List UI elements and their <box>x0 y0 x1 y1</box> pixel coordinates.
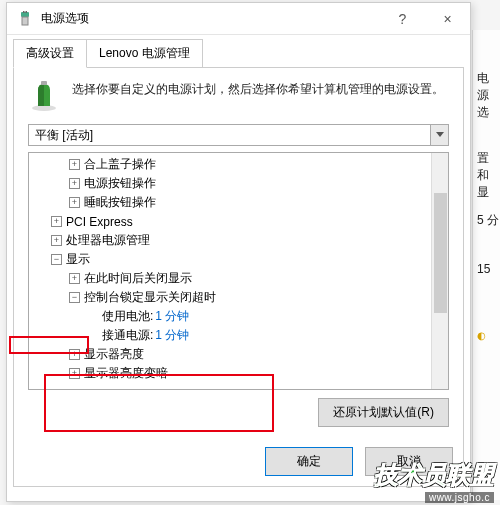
expand-icon[interactable]: + <box>69 178 80 189</box>
tab-panel: 选择你要自定义的电源计划，然后选择你希望计算机管理的电源设置。 平衡 [活动] … <box>13 67 464 487</box>
tree-item[interactable]: −显示 <box>29 250 448 269</box>
tree-item[interactable]: +电源按钮操作 <box>29 174 448 193</box>
power-plan-selector[interactable]: 平衡 [活动] <box>28 124 449 146</box>
tree-item-label: 在此时间后关闭显示 <box>84 270 192 287</box>
tree-item-label: 合上盖子操作 <box>84 156 156 173</box>
bg-title: 电源选 <box>477 70 500 121</box>
bg-val1: 5 分 <box>477 212 499 229</box>
tree-item[interactable]: +PCI Express <box>29 212 448 231</box>
expand-icon[interactable]: + <box>69 197 80 208</box>
tree-item-label: 显示器亮度变暗 <box>84 365 168 382</box>
expand-icon[interactable]: + <box>69 273 80 284</box>
expand-icon[interactable]: + <box>69 349 80 360</box>
tree-item[interactable]: +合上盖子操作 <box>29 155 448 174</box>
tree-item-label: PCI Express <box>66 215 133 229</box>
tree-item-label: 睡眠按钮操作 <box>84 194 156 211</box>
tree-item-label: 显示 <box>66 251 90 268</box>
power-plan-value: 平衡 [活动] <box>35 127 93 144</box>
close-button[interactable]: × <box>425 4 470 34</box>
svg-rect-5 <box>41 81 47 85</box>
power-plan-icon <box>17 11 33 27</box>
bg-shield-icon: ◐ <box>477 330 486 341</box>
window-title: 电源选项 <box>41 10 380 27</box>
settings-tree[interactable]: +合上盖子操作+电源按钮操作+睡眠按钮操作+PCI Express+处理器电源管… <box>28 152 449 390</box>
tree-item[interactable]: 使用电池: 1 分钟 <box>29 307 448 326</box>
tree-item-label: 电源按钮操作 <box>84 175 156 192</box>
tree-item[interactable]: +处理器电源管理 <box>29 231 448 250</box>
tree-item[interactable]: +在此时间后关闭显示 <box>29 269 448 288</box>
power-options-dialog: 电源选项 ? × 高级设置 Lenovo 电源管理 选择你要自定义的电源计划，然… <box>6 2 471 502</box>
tree-item-label: 接通电源: <box>102 327 153 344</box>
chevron-down-icon <box>430 125 448 145</box>
tree-item[interactable]: +显示器亮度变暗 <box>29 364 448 383</box>
bg-val2: 15 <box>477 262 490 276</box>
expand-icon[interactable]: + <box>69 159 80 170</box>
expand-icon[interactable]: + <box>51 216 62 227</box>
svg-rect-0 <box>21 12 29 17</box>
restore-defaults-button[interactable]: 还原计划默认值(R) <box>318 398 449 427</box>
collapse-icon[interactable]: − <box>51 254 62 265</box>
tab-advanced-settings[interactable]: 高级设置 <box>13 39 87 68</box>
ok-button[interactable]: 确定 <box>265 447 353 476</box>
tree-item[interactable]: 接通电源: 1 分钟 <box>29 326 448 345</box>
tree-item-value: 1 分钟 <box>155 308 189 325</box>
tab-lenovo-power[interactable]: Lenovo 电源管理 <box>86 39 203 68</box>
tree-scrollbar[interactable] <box>431 153 448 389</box>
cancel-button[interactable]: 取消 <box>365 447 453 476</box>
tree-item[interactable]: −控制台锁定显示关闭超时 <box>29 288 448 307</box>
description-text: 选择你要自定义的电源计划，然后选择你希望计算机管理的电源设置。 <box>72 80 444 112</box>
tab-strip: 高级设置 Lenovo 电源管理 <box>7 35 470 68</box>
titlebar: 电源选项 ? × <box>7 3 470 35</box>
expand-icon[interactable]: + <box>51 235 62 246</box>
bg-row1: 置和显 <box>477 150 500 201</box>
battery-icon <box>28 80 60 112</box>
tree-item-label: 控制台锁定显示关闭超时 <box>84 289 216 306</box>
collapse-icon[interactable]: − <box>69 292 80 303</box>
svg-rect-3 <box>26 11 28 13</box>
background-settings-fragment: 电源选 置和显 5 分 15 ◐ <box>472 30 500 500</box>
svg-rect-1 <box>22 17 28 25</box>
tree-item-label: 使用电池: <box>102 308 153 325</box>
svg-rect-2 <box>23 11 25 13</box>
tree-item[interactable]: +显示器亮度 <box>29 345 448 364</box>
tree-item-value: 1 分钟 <box>155 327 189 344</box>
tree-item-label: 显示器亮度 <box>84 346 144 363</box>
expand-icon[interactable]: + <box>69 368 80 379</box>
help-button[interactable]: ? <box>380 4 425 34</box>
tree-item-label: 处理器电源管理 <box>66 232 150 249</box>
tree-item[interactable]: +睡眠按钮操作 <box>29 193 448 212</box>
